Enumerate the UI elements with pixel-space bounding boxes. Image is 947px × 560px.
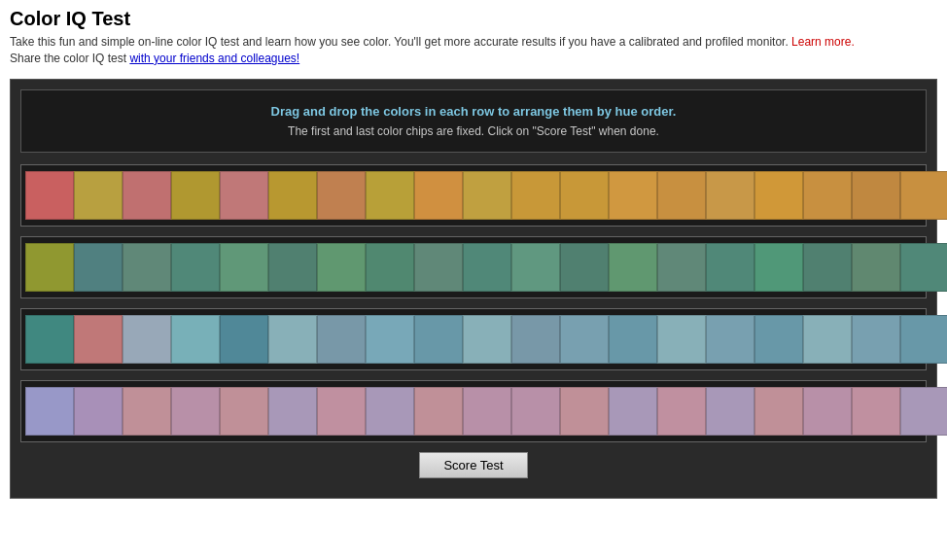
color-chip[interactable]	[803, 243, 852, 292]
color-chip[interactable]	[317, 243, 366, 292]
color-chip[interactable]	[414, 243, 463, 292]
color-chip[interactable]	[560, 315, 609, 364]
color-chip	[25, 387, 74, 436]
color-chip[interactable]	[74, 243, 123, 292]
page-header: Color IQ Test Take this fun and simple o…	[0, 0, 947, 71]
color-chip[interactable]	[366, 171, 414, 220]
color-chip[interactable]	[803, 387, 852, 436]
color-chip[interactable]	[900, 171, 947, 220]
color-chip[interactable]	[74, 171, 123, 220]
color-chip[interactable]	[317, 315, 366, 364]
color-chip[interactable]	[268, 171, 317, 220]
color-chip[interactable]	[123, 387, 171, 436]
color-chip[interactable]	[754, 315, 803, 364]
score-button-container: Score Test	[20, 452, 927, 488]
score-test-button[interactable]: Score Test	[419, 452, 527, 478]
color-chip[interactable]	[74, 387, 123, 436]
color-chip[interactable]	[609, 315, 657, 364]
color-chip[interactable]	[220, 387, 268, 436]
color-row-2	[20, 236, 927, 298]
color-chip[interactable]	[414, 387, 463, 436]
color-chip[interactable]	[657, 315, 706, 364]
color-chip[interactable]	[511, 315, 560, 364]
color-chip[interactable]	[463, 171, 511, 220]
color-chip[interactable]	[414, 171, 463, 220]
color-chip[interactable]	[511, 171, 560, 220]
color-chip[interactable]	[123, 171, 171, 220]
color-chip[interactable]	[366, 387, 414, 436]
color-row-1	[20, 164, 927, 227]
color-chip[interactable]	[560, 171, 609, 220]
color-chip[interactable]	[609, 171, 657, 220]
color-chip[interactable]	[560, 243, 609, 292]
color-chip[interactable]	[171, 243, 220, 292]
color-chip[interactable]	[852, 171, 900, 220]
color-chip[interactable]	[220, 243, 268, 292]
main-container: Drag and drop the colors in each row to …	[10, 79, 937, 499]
color-chip[interactable]	[803, 171, 852, 220]
color-chip[interactable]	[706, 315, 754, 364]
color-chip[interactable]	[754, 243, 803, 292]
color-chip[interactable]	[900, 387, 947, 436]
color-chip[interactable]	[609, 387, 657, 436]
color-chip[interactable]	[852, 315, 900, 364]
share-link[interactable]: with your friends and colleagues!	[129, 52, 299, 65]
color-chip[interactable]	[171, 171, 220, 220]
color-chip	[25, 171, 74, 220]
color-chip[interactable]	[852, 243, 900, 292]
color-chip[interactable]	[268, 243, 317, 292]
color-chip[interactable]	[657, 243, 706, 292]
color-chip[interactable]	[852, 387, 900, 436]
color-chip[interactable]	[171, 387, 220, 436]
instruction-box: Drag and drop the colors in each row to …	[20, 89, 927, 153]
color-chip[interactable]	[463, 243, 511, 292]
color-chip[interactable]	[123, 315, 171, 364]
color-chip[interactable]	[268, 315, 317, 364]
color-chip[interactable]	[609, 243, 657, 292]
color-chip[interactable]	[463, 387, 511, 436]
color-row-4	[20, 380, 927, 442]
color-chip[interactable]	[511, 243, 560, 292]
color-chip[interactable]	[900, 243, 947, 292]
color-chip[interactable]	[657, 171, 706, 220]
instruction-line2: The first and last color chips are fixed…	[35, 124, 912, 138]
color-chip[interactable]	[754, 387, 803, 436]
color-chip[interactable]	[463, 315, 511, 364]
color-chip[interactable]	[123, 243, 171, 292]
color-chip[interactable]	[366, 315, 414, 364]
color-chip	[25, 315, 74, 364]
page-description: Take this fun and simple on-line color I…	[10, 34, 937, 67]
color-chip[interactable]	[706, 243, 754, 292]
color-chip[interactable]	[414, 315, 463, 364]
color-chip[interactable]	[803, 315, 852, 364]
color-chip[interactable]	[220, 315, 268, 364]
color-chip[interactable]	[706, 387, 754, 436]
color-chip[interactable]	[560, 387, 609, 436]
color-chip[interactable]	[317, 171, 366, 220]
color-chip[interactable]	[657, 387, 706, 436]
page-title: Color IQ Test	[10, 8, 937, 30]
color-chip[interactable]	[171, 315, 220, 364]
color-chip[interactable]	[74, 315, 123, 364]
color-chip[interactable]	[900, 315, 947, 364]
learn-more-link[interactable]: Learn more.	[791, 35, 855, 49]
color-chip[interactable]	[366, 243, 414, 292]
color-chip[interactable]	[317, 387, 366, 436]
color-chip[interactable]	[268, 387, 317, 436]
color-chip[interactable]	[706, 171, 754, 220]
color-chip[interactable]	[220, 171, 268, 220]
instruction-line1: Drag and drop the colors in each row to …	[35, 104, 912, 119]
color-row-3	[20, 308, 927, 370]
color-chip[interactable]	[754, 171, 803, 220]
color-chip	[25, 243, 74, 292]
color-chip[interactable]	[511, 387, 560, 436]
